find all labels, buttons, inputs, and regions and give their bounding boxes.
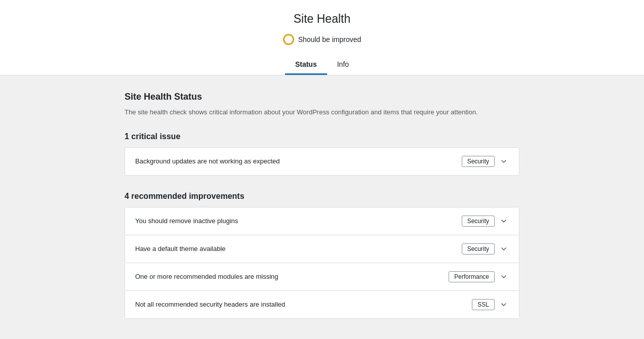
header: Site Health Should be improved Status In…: [0, 0, 644, 75]
table-row: Background updates are not working as ex…: [125, 148, 519, 175]
issue-right: Security: [462, 216, 509, 227]
chevron-down-icon[interactable]: [499, 300, 509, 310]
table-row: Not all recommended security headers are…: [125, 291, 519, 318]
status-text: Should be improved: [298, 35, 361, 44]
chevron-down-icon[interactable]: [499, 216, 509, 226]
section-description: The site health check shows critical inf…: [125, 107, 519, 118]
tab-nav: Status Info: [0, 55, 644, 75]
issue-tag: Security: [462, 156, 495, 167]
status-circle-icon: [283, 34, 294, 45]
issue-label: Have a default theme available: [135, 245, 226, 252]
issue-right: SSL: [472, 299, 509, 310]
table-row: You should remove inactive plugins Secur…: [125, 207, 519, 235]
issue-label: You should remove inactive plugins: [135, 217, 238, 225]
tab-status[interactable]: Status: [285, 55, 327, 75]
issue-right: Security: [462, 243, 509, 255]
tab-info[interactable]: Info: [327, 55, 359, 75]
status-indicator: Should be improved: [283, 34, 361, 45]
issue-tag: SSL: [472, 299, 495, 310]
table-row: One or more recommended modules are miss…: [125, 263, 519, 291]
critical-issues-heading: 1 critical issue: [125, 132, 519, 141]
main-content: Site Health Status The site health check…: [114, 75, 530, 339]
chevron-down-icon[interactable]: [499, 272, 509, 282]
recommended-issues-list: You should remove inactive plugins Secur…: [125, 207, 519, 319]
recommended-heading: 4 recommended improvements: [125, 192, 519, 201]
critical-issues-list: Background updates are not working as ex…: [125, 147, 519, 176]
page-title: Site Health: [0, 12, 644, 26]
issue-right: Security: [462, 156, 509, 167]
chevron-down-icon[interactable]: [499, 244, 509, 254]
table-row: Have a default theme available Security: [125, 235, 519, 263]
issue-label: Not all recommended security headers are…: [135, 301, 285, 308]
issue-right: Performance: [449, 271, 509, 282]
issue-tag: Performance: [449, 271, 495, 282]
issue-tag: Security: [462, 216, 495, 227]
chevron-down-icon[interactable]: [499, 156, 509, 166]
issue-label: Background updates are not working as ex…: [135, 157, 279, 165]
section-title: Site Health Status: [125, 92, 519, 102]
issue-label: One or more recommended modules are miss…: [135, 273, 278, 280]
issue-tag: Security: [462, 243, 495, 255]
